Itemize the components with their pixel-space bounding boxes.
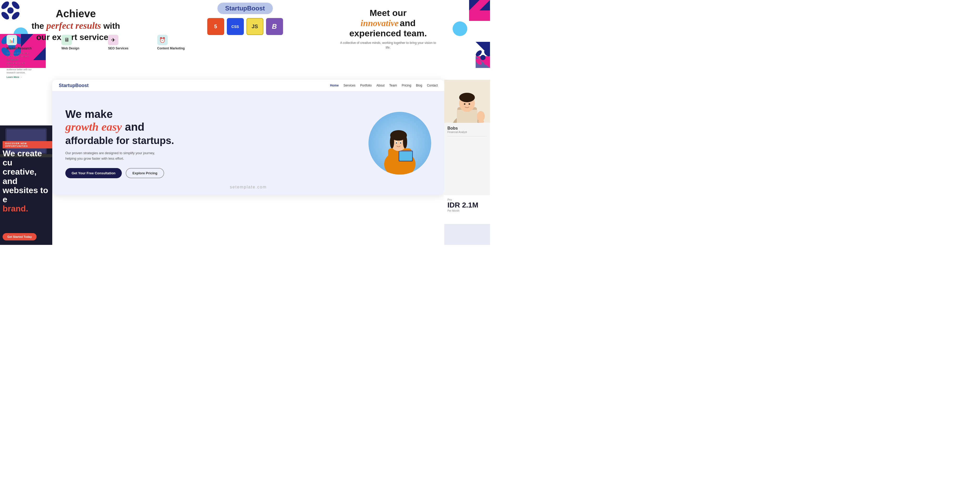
meet-text: Meet our [339,8,438,18]
dark-text-4: brand. [3,204,50,213]
nav-brand: StartupBoost [59,83,89,88]
brand-pill: StartupBoost [218,3,273,14]
team-name: Bobs [447,126,487,130]
team-info: Bobs Financial Analyst [444,123,490,142]
line2-text: the perfect results with [26,20,126,32]
get-started-button[interactable]: Get Started Today [3,233,37,240]
content-icon: ⏰ [158,35,168,45]
team-person-svg [444,80,490,123]
consultation-button[interactable]: Get Your Free Consultation [65,168,122,178]
pricing-period: Per Month [447,209,487,212]
line2-end: with [101,21,120,30]
hero-illustration [369,112,431,175]
svg-rect-53 [478,120,484,123]
web-design-icon: 🖥 [61,35,72,45]
market-research-desc: Get deep insights into your market, disc… [6,51,33,75]
left-dark-section: DISCOVER NEW OPPORTUNITIES We create cu … [0,126,52,245]
nav-blog[interactable]: Blog [416,84,422,87]
bootstrap-icon: B [266,18,283,35]
svg-point-52 [477,111,485,121]
service-seo[interactable]: ✈ SEO Services [104,33,132,80]
hero-subtitle: Our proven strategies are designed to si… [65,151,165,162]
team-person-image [444,80,490,123]
dark-text-1: We create cu [3,149,50,167]
pricing-amount: IDR 2.1M [447,201,487,209]
page-wrapper: Achieve the perfect results with our exp… [0,0,490,245]
svg-point-49 [459,93,475,102]
hero-buttons: Get Your Free Consultation Explore Prici… [65,168,358,178]
js-icon: JS [247,18,263,35]
nav-team[interactable]: Team [390,84,397,87]
market-research-icon: 📊 [6,35,17,45]
we-make-text: We make [65,108,358,121]
watermark: setemplate.com [230,185,267,189]
and-growth-text: and [125,121,145,133]
pricing-background [444,224,490,245]
market-research-learn[interactable]: Learn More → [6,76,22,78]
team-role: Financial Analyst [447,130,487,134]
team-divider [447,136,487,137]
seo-icon: ✈ [108,35,118,45]
pricing-button[interactable]: Explore Pricing [126,168,164,178]
growth-line: growth easy and [65,121,358,134]
service-market-research[interactable]: 📊 Market Research Get deep insights into… [3,33,37,80]
achieve-text: Achieve [26,8,126,20]
svg-point-0 [7,7,14,14]
left-dark-text: We create cu creative, and websites to e… [3,149,50,213]
brand-logo-area: StartupBoost 5 CSS JS B [207,3,283,35]
svg-point-50 [464,103,465,105]
affordable-text: affordable for startups. [65,135,358,147]
services-row: 📊 Market Research Get deep insights into… [0,33,490,80]
market-research-name: Market Research [6,46,32,50]
pricing-section: Pro IDR 2.1M Per Month [444,195,490,245]
hero-text: We make growth easy and affordable for s… [65,108,358,178]
service-web-design[interactable]: 🖥 Web Design [57,33,83,80]
perfect-results-text: perfect results [46,21,101,31]
service-content[interactable]: ⏰ Content Marketing [153,33,189,80]
growth-easy-text: growth easy [65,121,122,133]
svg-rect-31 [399,151,412,161]
innovative-line: innovative and [361,22,415,27]
dark-text-2: creative, and [3,167,50,186]
dark-text-3: websites to e [3,186,50,204]
browser-card: StartupBoost Home Services Portfolio Abo… [52,80,444,195]
nav-contact[interactable]: Contact [427,84,438,87]
right-team-section: Bobs Financial Analyst [444,80,490,195]
nav-services[interactable]: Services [344,84,355,87]
svg-point-34 [390,135,394,148]
nav-portfolio[interactable]: Portfolio [360,84,372,87]
svg-point-51 [469,103,470,105]
nav-pricing[interactable]: Pricing [402,84,411,87]
svg-point-39 [400,142,401,143]
nav-about[interactable]: About [376,84,384,87]
tech-icons: 5 CSS JS B [207,18,283,35]
nav-links: Home Services Portfolio About Team Prici… [330,84,438,87]
innovative-text: innovative [361,18,399,28]
svg-point-38 [396,142,397,143]
svg-point-35 [403,135,407,148]
and-text: and [400,18,415,28]
web-design-name: Web Design [61,46,79,50]
line2-start: the [32,21,46,30]
browser-content: We make growth easy and affordable for s… [52,91,444,195]
content-name: Content Marketing [158,46,185,50]
discover-tag: DISCOVER NEW OPPORTUNITIES [3,141,52,148]
browser-nav: StartupBoost Home Services Portfolio Abo… [52,80,444,91]
seo-name: SEO Services [108,46,128,50]
html5-icon: 5 [207,18,224,35]
css3-icon: CSS [227,18,244,35]
hero-image [369,112,431,175]
flower-dark-icon [0,0,21,21]
top-section: Achieve the perfect results with our exp… [0,0,490,81]
nav-home[interactable]: Home [330,84,339,87]
